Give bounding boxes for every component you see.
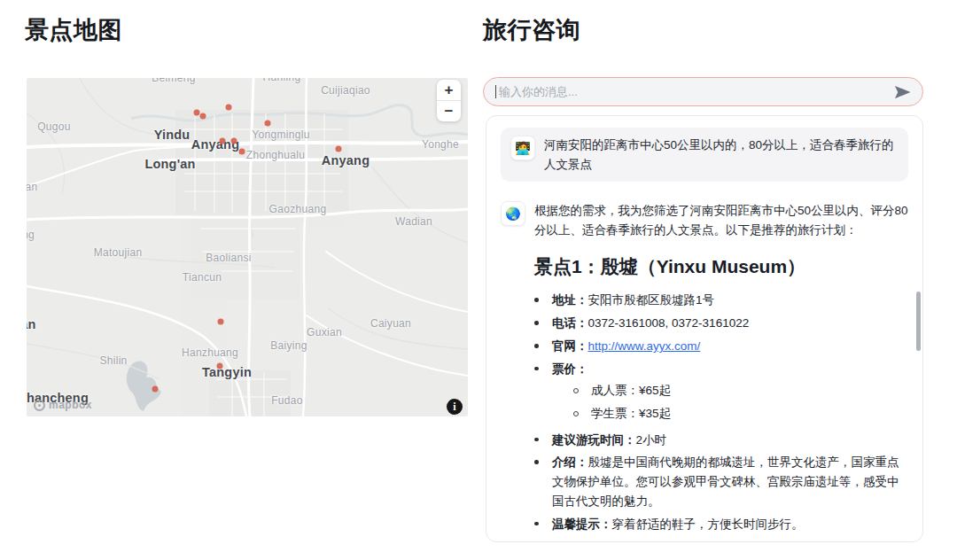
- attractions-map[interactable]: BeimengHanlingCuijiaqiaoQugouYinduAnyang…: [27, 78, 468, 416]
- attraction-marker[interactable]: [218, 319, 224, 325]
- map-panel-title: 景点地图: [25, 14, 122, 46]
- attraction-marker[interactable]: [265, 121, 271, 127]
- chat-input-container: [483, 77, 923, 106]
- official-website-link[interactable]: http://www.ayyx.com/: [588, 339, 701, 353]
- bullet-icon: [534, 515, 552, 534]
- attraction-marker[interactable]: [220, 138, 226, 144]
- detail-address: 地址：安阳市殷都区殷墟路1号: [534, 291, 908, 310]
- attraction-marker[interactable]: [336, 146, 342, 152]
- detail-adult-ticket: 成人票：¥65起: [573, 381, 908, 401]
- bullet-icon: [534, 314, 552, 333]
- chat-history-card: 🧑‍💻 河南安阳的距离市中心50公里以内的，80分以上，适合春季旅行的人文景点 …: [486, 115, 923, 542]
- detail-student-ticket: 学生票：¥35起: [573, 404, 908, 424]
- circle-bullet-icon: [573, 404, 591, 424]
- chat-panel-title: 旅行咨询: [483, 14, 580, 46]
- bullet-icon: [534, 291, 552, 310]
- mapbox-logo[interactable]: mapbox: [34, 399, 92, 411]
- attraction-marker[interactable]: [217, 363, 223, 369]
- send-button[interactable]: [894, 85, 911, 99]
- zoom-out-button[interactable]: −: [437, 101, 461, 121]
- bullet-icon: [534, 453, 552, 511]
- assistant-message: 🌏 根据您的需求，我为您筛选了河南安阳距离市中心50公里以内、评分80分以上、适…: [501, 201, 908, 542]
- user-message-text: 河南安阳的距离市中心50公里以内的，80分以上，适合春季旅行的人文景点: [544, 136, 899, 174]
- attraction-marker[interactable]: [152, 386, 159, 393]
- detail-tips: 温馨提示：穿着舒适的鞋子，方便长时间步行。: [534, 515, 908, 534]
- detail-visit-duration: 建议游玩时间：2小时: [534, 431, 908, 450]
- map-zoom-control: + −: [437, 80, 461, 121]
- text-cursor: [495, 85, 496, 98]
- assistant-avatar: 🌏: [501, 201, 525, 226]
- detail-introduction: 介绍：殷墟是中国商代晚期的都城遗址，世界文化遗产，国家重点文物保护单位。您可以参…: [534, 453, 908, 511]
- scrollbar-thumb[interactable]: [916, 292, 921, 351]
- attraction-details-list: 地址：安阳市殷都区殷墟路1号 电话：0372-3161008, 0372-316…: [534, 291, 908, 533]
- user-avatar: 🧑‍💻: [510, 136, 535, 160]
- attraction-marker[interactable]: [231, 138, 237, 144]
- paper-plane-icon: [894, 85, 911, 99]
- info-icon: i: [453, 401, 455, 414]
- attraction-marker[interactable]: [226, 105, 232, 111]
- circle-bullet-icon: [573, 381, 591, 401]
- attraction-marker[interactable]: [200, 113, 206, 120]
- map-basemap-art: [27, 78, 468, 416]
- bullet-icon: [534, 431, 552, 450]
- globe-emoji-icon: 🌏: [505, 207, 520, 220]
- detail-ticket-price: 票价： 成人票：¥65起 学生票：¥35起: [534, 360, 908, 427]
- attraction-marker[interactable]: [239, 149, 245, 155]
- message-input[interactable]: [497, 84, 894, 99]
- zoom-in-button[interactable]: +: [437, 80, 461, 100]
- attraction-marker[interactable]: [194, 110, 200, 116]
- attraction-heading: 景点1：殷墟（Yinxu Museum）: [534, 254, 908, 279]
- mapbox-logo-icon: [34, 400, 45, 411]
- bullet-icon: [534, 360, 552, 427]
- user-message: 🧑‍💻 河南安阳的距离市中心50公里以内的，80分以上，适合春季旅行的人文景点: [501, 128, 908, 182]
- assistant-intro-text: 根据您的需求，我为您筛选了河南安阳距离市中心50公里以内、评分80分以上、适合春…: [534, 201, 908, 239]
- mapbox-logo-text: mapbox: [49, 399, 92, 411]
- ticket-price-sublist: 成人票：¥65起 学生票：¥35起: [552, 381, 908, 424]
- map-attribution-info-button[interactable]: i: [447, 399, 463, 415]
- detail-website: 官网：http://www.ayyx.com/: [534, 337, 908, 356]
- user-emoji-icon: 🧑‍💻: [515, 142, 530, 154]
- detail-phone: 电话：0372-3161008, 0372-3161022: [534, 314, 908, 333]
- bullet-icon: [534, 337, 552, 356]
